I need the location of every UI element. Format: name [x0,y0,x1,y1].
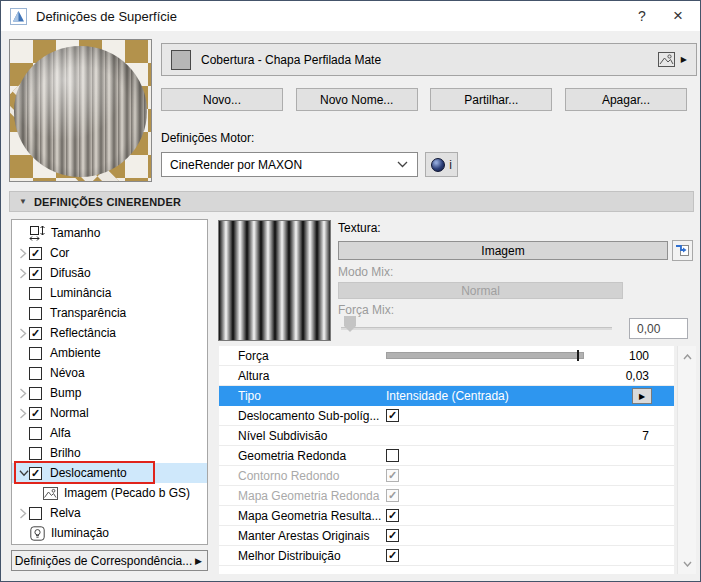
help-button[interactable]: ? [623,1,661,31]
properties-scrollbar[interactable] [677,346,696,574]
novo-button[interactable]: Novo... [161,88,283,111]
app-logo-icon [10,8,27,25]
prop-label: Manter Arestas Originais [238,529,369,543]
checkbox-cor[interactable]: ✓ [29,247,42,260]
engine-settings-label: Definições Motor: [161,131,254,145]
tree-item-bump[interactable]: Bump [12,383,207,403]
checkbox-relva[interactable] [29,507,42,520]
tree-item-label: Alfa [50,426,71,440]
prop-label: Mapa Geometria Redonda [238,489,379,503]
apagar-button[interactable]: Apagar... [565,88,687,111]
prop-row-mapa-geometria-redonda[interactable]: Mapa Geometria Redonda✓ [219,486,674,506]
tree-item-normal[interactable]: ✓Normal [12,403,207,423]
checkbox-mapa-geometria-redonda: ✓ [386,489,399,502]
close-button[interactable]: × [659,1,697,31]
engine-dropdown[interactable]: CineRender por MAXON [161,152,418,177]
tree-item-cor[interactable]: ✓Cor [12,243,207,263]
checkbox-geometria-redonda[interactable] [386,449,399,462]
preview-sphere [14,46,147,177]
material-color-swatch [171,50,191,70]
prop-row-deslocamento-sub-polig[interactable]: Deslocamento Sub-políg...✓ [219,406,674,426]
checkbox-luminancia[interactable] [29,287,42,300]
prop-row-mapa-geometria-resulta[interactable]: Mapa Geometria Resulta...✓ [219,506,674,526]
checkbox-melhor-distribuicao[interactable]: ✓ [386,549,399,562]
matching-settings-button[interactable]: Definições de Correspondência... ▶ [11,550,208,571]
slider-forca[interactable] [386,352,584,359]
checkbox-bump[interactable] [29,387,42,400]
tree-item-alfa[interactable]: Alfa [12,423,207,443]
chevron-right-icon[interactable] [12,388,29,399]
checkbox-deslocamento-sub-polig[interactable]: ✓ [386,409,399,422]
checkbox-reflectancia[interactable]: ✓ [29,327,42,340]
checkbox-deslocamento[interactable]: ✓ [29,467,42,480]
material-actions: Novo...Novo Nome...Partilhar...Apagar... [161,88,687,111]
prop-row-contorno-redondo[interactable]: Contorno Redondo✓ [219,466,674,486]
tree-item-deslocamento[interactable]: ✓Deslocamento [12,463,207,483]
engine-dropdown-value: CineRender por MAXON [170,158,397,172]
checkbox-brilho[interactable] [29,447,42,460]
load-texture-button[interactable] [672,240,693,261]
prop-row-melhor-distribuicao[interactable]: Melhor Distribuição✓ [219,546,674,566]
prop-label: Deslocamento Sub-políg... [238,409,379,423]
tree-item-relva[interactable]: Relva [12,503,207,523]
material-name-field[interactable]: Cobertura - Chapa Perfilada Mate ▶ [161,43,697,76]
cinerender-info-button[interactable]: i [425,152,458,177]
tree-item-reflectancia[interactable]: ✓Reflectância [12,323,207,343]
popup-arrow-button[interactable]: ▶ [632,388,652,404]
prop-row-altura[interactable]: Altura0,03 [219,366,674,386]
tree-item-tamanho[interactable]: Tamanho [12,223,207,243]
chevron-down-icon[interactable] [12,469,29,477]
prop-row-geometria-redonda[interactable]: Geometria Redonda [219,446,674,466]
checkbox-normal[interactable]: ✓ [29,407,42,420]
partilhar-button[interactable]: Partilhar... [430,88,552,111]
prop-row-tipo[interactable]: TipoIntensidade (Centrada)▶ [219,386,674,406]
tree-item-nevoa[interactable]: Névoa [12,363,207,383]
chevron-right-icon[interactable] [12,328,29,339]
scroll-up-icon[interactable] [678,348,697,365]
texture-label: Textura: [338,221,381,235]
chevron-right-icon[interactable] [12,408,29,419]
tree-item-difusao[interactable]: ✓Difusão [12,263,207,283]
texture-button[interactable]: Imagem [338,241,668,260]
size-icon [29,225,45,241]
tree-item-label: Iluminação [51,526,109,540]
checkbox-transparencia[interactable] [29,307,42,320]
tree-item-label: Transparência [50,306,126,320]
image-icon [42,485,58,501]
preview-menu-arrow-icon[interactable]: ▶ [681,55,687,64]
checkbox-ambiente[interactable] [29,347,42,360]
checkbox-alfa[interactable] [29,427,42,440]
tree-item-ambiente[interactable]: Ambiente [12,343,207,363]
mix-strength-slider-track[interactable] [341,327,612,330]
tree-item-label: Imagem (Pecado b GS) [64,486,190,500]
preview-mode-icon[interactable] [658,52,675,67]
chevron-right-icon[interactable] [12,268,29,279]
prop-value-altura: 0,03 [626,369,649,383]
novo-nome-button[interactable]: Novo Nome... [296,88,418,111]
prop-row-manter-arestas-originais[interactable]: Manter Arestas Originais✓ [219,526,674,546]
material-preview[interactable] [9,39,152,182]
cinerender-section-header[interactable]: ▼ DEFINIÇÕES CINERENDER [9,191,694,212]
scroll-down-icon[interactable] [678,555,697,572]
checkbox-manter-arestas-originais[interactable]: ✓ [386,529,399,542]
tree-item-transparencia[interactable]: Transparência [12,303,207,323]
checkbox-nevoa[interactable] [29,367,42,380]
window-title: Definições de Superfície [36,9,177,24]
checkbox-difusao[interactable]: ✓ [29,267,42,280]
checkbox-mapa-geometria-resulta[interactable]: ✓ [386,509,399,522]
texture-thumbnail[interactable] [218,220,331,341]
prop-row-forca[interactable]: Força100 [219,346,674,366]
tree-item-label: Tamanho [51,226,100,240]
tree-item-iluminacao[interactable]: Iluminação [12,523,207,543]
info-icon: i [449,158,452,172]
tree-item-luminancia[interactable]: Luminância [12,283,207,303]
mix-strength-value[interactable]: 0,00 [629,318,688,339]
prop-row-nivel-subdivisao[interactable]: Nível Subdivisão7 [219,426,674,446]
chevron-right-icon[interactable] [12,248,29,259]
tree-item-brilho[interactable]: Brilho [12,443,207,463]
chevron-right-icon[interactable] [12,508,29,519]
mix-mode-button[interactable]: Normal [338,282,623,299]
slider-handle[interactable] [577,350,579,361]
tree-item-imagem-pecado-b-gs[interactable]: Imagem (Pecado b GS) [12,483,207,503]
tree-item-label: Brilho [50,446,81,460]
